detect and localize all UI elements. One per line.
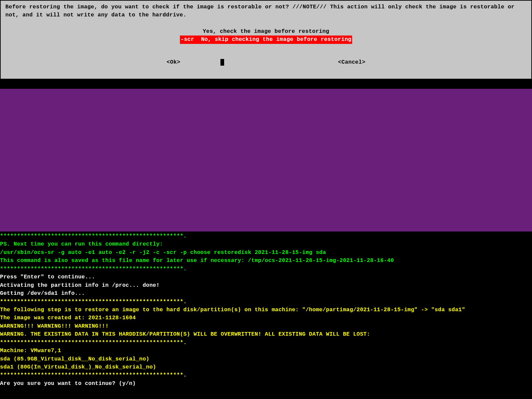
terminal-line: The image was created at: 2021-1128-1604 <box>0 314 532 322</box>
dialog-options: Yes, check the image before restoring -s… <box>5 27 527 44</box>
terminal-line: /usr/sbin/ocs-sr -g auto -e1 auto -e2 -r… <box>0 249 532 257</box>
terminal-line: WARNING. THE EXISTING DATA IN THIS HARDD… <box>0 330 532 338</box>
black-strip <box>0 79 532 89</box>
terminal-line: ****************************************… <box>0 339 532 347</box>
ok-button[interactable]: <Ok> <box>167 59 180 66</box>
terminal-line: ****************************************… <box>0 371 532 379</box>
dialog-area: Before restoring the image, do you want … <box>0 0 532 79</box>
dialog-prompt: Before restoring the image, do you want … <box>5 3 527 19</box>
terminal-line: Press "Enter" to continue... <box>0 273 532 281</box>
dialog-box: Before restoring the image, do you want … <box>0 0 532 79</box>
terminal-output: ****************************************… <box>0 231 532 388</box>
terminal-line: WARNING!!! WARNING!!! WARNING!!! <box>0 322 532 330</box>
terminal-line: Are you sure you want to continue? (y/n) <box>0 380 532 388</box>
option-no-skip[interactable]: -scr No, skip checking the image before … <box>180 36 352 44</box>
dialog-buttons: <Ok> <Cancel> <box>5 59 527 66</box>
terminal-line: Getting /dev/sda1 info... <box>0 289 532 297</box>
terminal-line: ****************************************… <box>0 298 532 306</box>
cancel-button[interactable]: <Cancel> <box>338 59 365 66</box>
terminal-line: sda (85.9GB_Virtual_disk__No_disk_serial… <box>0 355 532 363</box>
terminal-line: ****************************************… <box>0 265 532 273</box>
terminal-line: ****************************************… <box>0 232 532 240</box>
terminal-line: The following step is to restore an imag… <box>0 306 532 314</box>
desktop-background <box>0 89 532 231</box>
terminal-line: This command is also saved as this file … <box>0 257 532 265</box>
terminal-line: PS. Next time you can run this command d… <box>0 240 532 248</box>
cursor-icon <box>220 59 224 66</box>
terminal-line: Activating the partition info in /proc..… <box>0 281 532 289</box>
terminal-line: sda1 (80G(In_Virtual_disk_)_No_disk_seri… <box>0 363 532 371</box>
option-yes-check[interactable]: Yes, check the image before restoring <box>203 27 329 36</box>
terminal-line: Machine: VMware7,1 <box>0 347 532 355</box>
